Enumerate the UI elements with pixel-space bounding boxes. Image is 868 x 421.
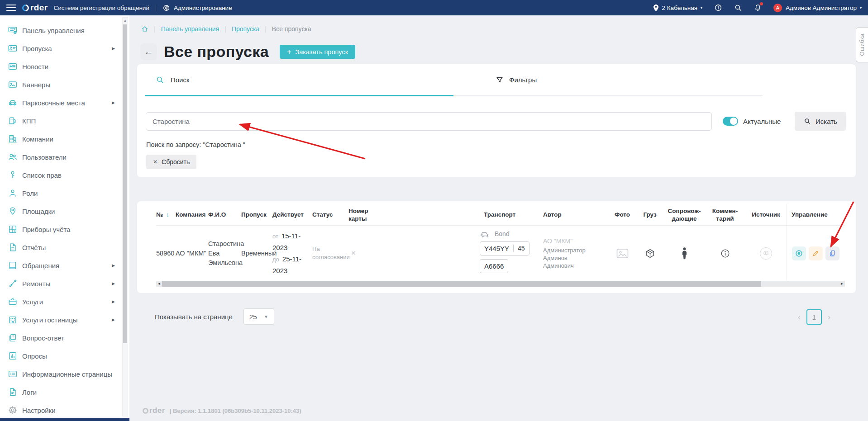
module-name[interactable]: Администрирование: [174, 5, 232, 11]
chevron-right-icon: ▶: [112, 299, 115, 304]
breadcrumb: | Панель управления | Пропуска | Все про…: [141, 25, 311, 33]
chevron-down-icon[interactable]: ▾: [701, 6, 702, 10]
bell-icon[interactable]: [754, 4, 762, 12]
author-middle-name: Админович: [543, 262, 609, 270]
sidebar-item-roles[interactable]: Роли: [0, 184, 129, 202]
full-name: Старостина Ева Эмильевна: [208, 239, 241, 268]
tab-filters[interactable]: Фильтры: [453, 64, 763, 96]
plus-icon: +: [287, 48, 291, 56]
sidebar-item-companies[interactable]: Компании: [0, 130, 129, 148]
breadcrumb-separator: |: [154, 25, 156, 33]
reset-button[interactable]: ✕ Сбросить: [146, 155, 196, 169]
checkpoint-icon: [7, 115, 18, 126]
column-header-7: Транспорт: [477, 211, 543, 218]
logo-text: rder: [30, 3, 48, 13]
order-pass-button[interactable]: + Заказать пропуск: [280, 45, 355, 59]
breadcrumb-separator: |: [265, 25, 267, 33]
per-page-label: Показывать на странице: [155, 313, 233, 321]
error-side-tab[interactable]: Ошибка: [856, 27, 868, 62]
sidebar-item-parking[interactable]: Парковочные места▶: [0, 94, 129, 112]
author-cell: АО "МКМ" Администратор Админов Админович: [543, 237, 609, 270]
column-header-1: Компания: [176, 211, 208, 218]
sidebar-item-rights[interactable]: Список прав: [0, 166, 129, 184]
sidebar-item-settings[interactable]: Настройки: [0, 401, 129, 419]
sidebar-item-label: Услуги гостиницы: [22, 316, 78, 324]
license-plate-extra[interactable]: A6666: [480, 259, 508, 273]
column-header-4: Действует: [272, 211, 312, 218]
footer-logo-o-ring: [143, 408, 148, 414]
sidebar-item-services[interactable]: Услуги▶: [0, 293, 129, 311]
sidebar-item-faq[interactable]: ?Вопрос-ответ: [0, 329, 129, 347]
column-header-12: Коммен-тарий: [705, 207, 745, 222]
sidebar-item-banners[interactable]: Баннеры: [0, 76, 129, 94]
sidebar-item-passes[interactable]: Пропуска▶: [0, 39, 129, 57]
sidebar-item-users[interactable]: Пользователи: [0, 148, 129, 166]
avatar[interactable]: А: [773, 4, 782, 12]
sidebar-item-hotel-services[interactable]: Услуги гостиницы▶: [0, 311, 129, 329]
copy-button[interactable]: [825, 246, 839, 260]
transport-name: Bond: [495, 230, 510, 237]
scroll-right-icon[interactable]: ►: [839, 282, 845, 286]
svg-text:2: 2: [14, 230, 15, 232]
sidebar-item-kpp[interactable]: КПП: [0, 112, 129, 130]
per-page-select[interactable]: 25 ▼: [243, 308, 274, 325]
scrollbar-thumb[interactable]: [162, 281, 761, 287]
breadcrumb-current: Все пропуска: [272, 25, 311, 33]
next-page-button[interactable]: ›: [828, 312, 830, 322]
transport-cell: Bond Y445YY 45 A6666: [477, 230, 543, 277]
sidebar-item-info-pages[interactable]: Информационные страницы: [0, 365, 129, 383]
chevron-down-icon: ▼: [264, 314, 268, 319]
row-actions: [787, 226, 844, 281]
scroll-up-icon[interactable]: ▲: [123, 18, 128, 24]
pagination: ‹ 1 ›: [798, 309, 830, 325]
horizontal-scrollbar[interactable]: ◄ ►: [156, 281, 845, 287]
sidebar-item-control-panel[interactable]: Панель управления: [0, 21, 129, 39]
edit-button[interactable]: [809, 246, 823, 260]
chevron-right-icon: ▶: [112, 100, 115, 105]
menu-icon[interactable]: [6, 5, 16, 11]
sidebar-item-news[interactable]: Новости: [0, 57, 129, 76]
search-button[interactable]: Искать: [795, 112, 846, 131]
sidebar-item-surveys[interactable]: Опросы: [0, 347, 129, 365]
actual-toggle[interactable]: [723, 117, 738, 126]
sidebar-item-repairs[interactable]: Ремонты▶: [0, 274, 129, 293]
current-page[interactable]: 1: [806, 309, 822, 325]
svg-text:?: ?: [12, 335, 14, 339]
search-icon[interactable]: [734, 4, 742, 12]
breadcrumb-link-passes[interactable]: Пропуска: [232, 25, 259, 33]
prev-page-button[interactable]: ‹: [798, 312, 801, 322]
user-name[interactable]: Админов Администратор: [786, 5, 857, 11]
sidebar-item-appeals[interactable]: Обращения▶: [0, 256, 129, 274]
sort-desc-icon[interactable]: ↓: [166, 211, 169, 218]
briefcase-icon: [7, 296, 18, 307]
info-icon[interactable]: [714, 4, 722, 12]
license-plate[interactable]: Y445YY 45: [480, 241, 529, 255]
app-logo[interactable]: rder: [22, 3, 48, 13]
view-button[interactable]: [792, 246, 806, 260]
sidebar-item-logs[interactable]: Логи: [0, 383, 129, 401]
scrollbar-thumb[interactable]: [123, 24, 127, 343]
validity-dates: от15-11-2023 до25-11-2023: [272, 230, 312, 276]
sidebar-item-meters[interactable]: 12Приборы учёта: [0, 220, 129, 238]
table-row[interactable]: 58960 АО "МКМ" Старостина Ева Эмильевна …: [156, 226, 845, 281]
sidebar-scrollbar[interactable]: ▲: [122, 17, 128, 416]
home-icon[interactable]: [141, 25, 148, 33]
location-name[interactable]: 2 Кабельная: [662, 5, 697, 11]
breadcrumb-link-control-panel[interactable]: Панель управления: [161, 25, 219, 33]
company: АО "МКМ": [176, 250, 208, 257]
tab-search[interactable]: Поиск: [145, 64, 453, 96]
comment-info-icon[interactable]: [705, 248, 745, 259]
close-icon: ✕: [153, 159, 157, 165]
photo-placeholder-icon: [609, 248, 636, 259]
column-header-9: Фото: [609, 211, 636, 218]
search-input[interactable]: [146, 112, 712, 131]
scroll-left-icon[interactable]: ◄: [156, 282, 162, 286]
building-icon: [7, 133, 18, 144]
sidebar-item-sites[interactable]: Площадки: [0, 202, 129, 220]
sidebar-item-reports[interactable]: Отчёты: [0, 238, 129, 256]
back-button[interactable]: ←: [140, 43, 157, 60]
sidebar-item-label: Список прав: [22, 171, 62, 179]
chevron-down-icon[interactable]: ▾: [860, 6, 862, 10]
sidebar-item-label: Компании: [22, 135, 53, 143]
id-card-icon: [7, 43, 18, 54]
